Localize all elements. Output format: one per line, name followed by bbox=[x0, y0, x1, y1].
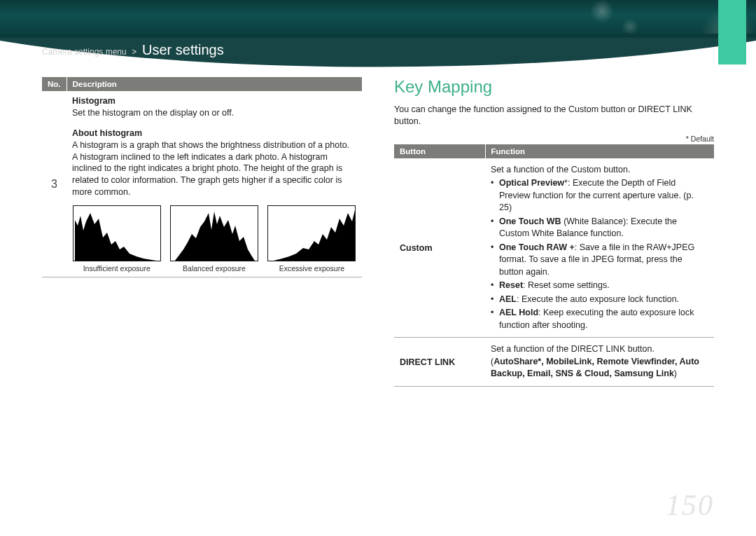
histogram-excessive: Excessive exposure bbox=[267, 205, 356, 273]
col-header-no: No. bbox=[42, 77, 66, 91]
table-row: Custom Set a function of the Custom butt… bbox=[394, 158, 714, 338]
direct-lead: Set a function of the DIRECT LINK button… bbox=[491, 343, 708, 356]
content-columns: No. Description 3 Histogram Set the hist… bbox=[42, 77, 714, 387]
direct-options-line2: Backup, Email, SNS & Cloud, Samsung Link bbox=[491, 369, 674, 378]
histogram-graph-insufficient bbox=[73, 205, 161, 261]
histogram-examples: Insufficient exposure Balanced exposure bbox=[72, 205, 356, 273]
histogram-insufficient: Insufficient exposure bbox=[72, 205, 161, 273]
table-row: DIRECT LINK Set a function of the DIRECT… bbox=[394, 338, 714, 387]
col-header-description: Description bbox=[66, 77, 362, 91]
ael-hold-label: AEL Hold bbox=[499, 308, 538, 317]
button-direct-link-functions: Set a function of the DIRECT LINK button… bbox=[485, 338, 714, 387]
section-heading: Key Mapping bbox=[394, 77, 714, 97]
optical-preview-label: Optical Preview bbox=[499, 178, 564, 188]
one-touch-wb-label: One Touch WB bbox=[499, 217, 561, 226]
histogram-title: Histogram bbox=[72, 95, 356, 107]
one-touch-wb-paren: (White Balance): bbox=[561, 217, 631, 226]
row-description: Histogram Set the histogram on the displ… bbox=[66, 91, 362, 277]
reset-rest: : Reset some settings. bbox=[523, 280, 610, 290]
default-note: * Default bbox=[394, 135, 714, 143]
about-histogram-title: About histogram bbox=[72, 128, 356, 139]
histogram-graph-excessive bbox=[267, 205, 356, 261]
list-item: Optical Preview*: Execute the Depth of F… bbox=[491, 177, 708, 214]
list-item: Reset: Reset some settings. bbox=[491, 280, 708, 292]
list-item: AEL Hold: Keep executing the auto exposu… bbox=[491, 307, 708, 331]
caption-insufficient: Insufficient exposure bbox=[72, 264, 161, 273]
direct-options: (AutoShare*, MobileLink, Remote Viewfind… bbox=[491, 356, 708, 380]
histogram-line: Set the histogram on the display on or o… bbox=[72, 107, 356, 119]
custom-lead: Set a function of the Custom button. bbox=[491, 164, 708, 177]
section-intro: You can change the function assigned to … bbox=[394, 104, 714, 128]
about-histogram-body: A histogram is a graph that shows the br… bbox=[72, 139, 356, 198]
function-table: Button Function Custom Set a function of… bbox=[394, 144, 714, 387]
button-custom-label: Custom bbox=[394, 158, 485, 338]
histogram-graph-balanced bbox=[170, 205, 258, 261]
col-header-function: Function bbox=[485, 144, 714, 158]
list-item: One Touch WB (White Balance): Execute th… bbox=[491, 216, 708, 240]
left-column: No. Description 3 Histogram Set the hist… bbox=[42, 77, 362, 387]
manual-page: Camera settings menu > User settings No.… bbox=[0, 0, 756, 536]
reset-label: Reset bbox=[499, 280, 523, 290]
list-item: AEL: Execute the auto exposure lock func… bbox=[491, 294, 708, 306]
button-custom-functions: Set a function of the Custom button. Opt… bbox=[485, 158, 714, 338]
list-item: One Touch RAW +: Save a file in the RAW+… bbox=[491, 242, 708, 279]
row-number: 3 bbox=[42, 91, 66, 277]
table-row: 3 Histogram Set the histogram on the dis… bbox=[42, 91, 362, 277]
histogram-balanced: Balanced exposure bbox=[169, 205, 258, 273]
header-band bbox=[0, 0, 756, 38]
caption-balanced: Balanced exposure bbox=[169, 264, 258, 273]
page-number: 150 bbox=[666, 488, 714, 522]
side-tab bbox=[718, 0, 746, 536]
right-column: Key Mapping You can change the function … bbox=[394, 77, 714, 387]
ael-label: AEL bbox=[499, 294, 517, 304]
breadcrumb-parent: Camera settings menu bbox=[42, 47, 127, 57]
col-header-button: Button bbox=[394, 144, 485, 158]
breadcrumb-separator: > bbox=[129, 47, 139, 57]
direct-options-line1: AutoShare*, MobileLink, Remote Viewfinde… bbox=[493, 357, 699, 366]
one-touch-raw-label: One Touch RAW + bbox=[499, 242, 575, 252]
breadcrumb-current: User settings bbox=[142, 42, 224, 57]
breadcrumb: Camera settings menu > User settings bbox=[42, 42, 224, 58]
button-direct-link-label: DIRECT LINK bbox=[394, 338, 485, 387]
caption-excessive: Excessive exposure bbox=[267, 264, 356, 273]
ael-rest: : Execute the auto exposure lock functio… bbox=[517, 294, 679, 304]
description-table: No. Description 3 Histogram Set the hist… bbox=[42, 77, 362, 277]
